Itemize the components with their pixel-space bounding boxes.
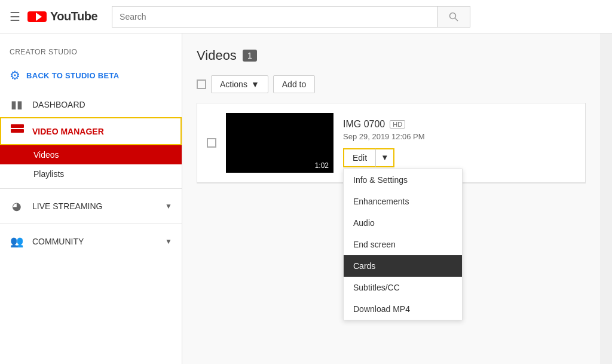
dropdown-item[interactable]: Audio bbox=[344, 212, 462, 234]
search-icon bbox=[449, 12, 458, 22]
dropdown-item[interactable]: End screen bbox=[344, 234, 462, 255]
sidebar-divider bbox=[0, 188, 182, 189]
youtube-logo[interactable]: YouTube bbox=[27, 10, 97, 23]
back-to-studio-label: BACK TO STUDIO BETA bbox=[26, 71, 119, 80]
search-button[interactable] bbox=[437, 6, 470, 27]
actions-button[interactable]: Actions ▼ bbox=[211, 75, 268, 93]
video-title-row: IMG 0700 HD bbox=[343, 119, 576, 130]
svg-point-1 bbox=[450, 13, 456, 19]
creator-studio-label: CREATOR STUDIO bbox=[0, 43, 182, 63]
video-date: Sep 29, 2019 12:06 PM bbox=[343, 132, 576, 141]
sidebar-item-live-streaming[interactable]: ◕ LIVE STREAMING ▼ bbox=[0, 194, 182, 219]
edit-dropdown-menu: Info & SettingsEnhancementsAudioEnd scre… bbox=[343, 169, 463, 320]
youtube-logo-icon bbox=[27, 11, 47, 22]
svg-line-2 bbox=[455, 18, 458, 21]
edit-button-group: Edit ▼ Info & SettingsEnhancementsAudioE… bbox=[343, 148, 576, 167]
toolbar-row: Actions ▼ Add to bbox=[197, 75, 586, 93]
video-manager-icon bbox=[11, 124, 24, 138]
svg-rect-4 bbox=[11, 129, 24, 133]
right-panel-hint bbox=[600, 33, 612, 364]
chevron-down-icon: ▼ bbox=[165, 202, 172, 210]
main-content: Videos 1 Actions ▼ Add to 1:02 IMG 0700 … bbox=[182, 33, 600, 364]
sidebar-item-live-streaming-label: LIVE STREAMING bbox=[32, 201, 165, 211]
video-checkbox[interactable] bbox=[207, 138, 216, 148]
video-title: IMG 0700 bbox=[343, 119, 385, 130]
edit-dropdown-toggle[interactable]: ▼ bbox=[376, 148, 394, 167]
search-input[interactable] bbox=[112, 6, 437, 27]
header: ☰ YouTube bbox=[0, 0, 612, 33]
gear-icon: ⚙ bbox=[10, 68, 20, 82]
page-title-row: Videos 1 bbox=[197, 48, 586, 63]
dropdown-chevron-icon: ▼ bbox=[381, 153, 388, 162]
sidebar-item-video-manager[interactable]: VIDEO MANAGER bbox=[0, 117, 182, 145]
sidebar-item-dashboard-label: DASHBOARD bbox=[32, 100, 172, 109]
dropdown-item[interactable]: Enhancements bbox=[344, 191, 462, 212]
sidebar-divider-2 bbox=[0, 224, 182, 224]
video-count-badge: 1 bbox=[243, 50, 257, 62]
layout: CREATOR STUDIO ⚙ BACK TO STUDIO BETA ▮▮ … bbox=[0, 33, 612, 364]
video-duration: 1:02 bbox=[313, 161, 331, 170]
dropdown-item[interactable]: Cards bbox=[344, 255, 462, 277]
sidebar: CREATOR STUDIO ⚙ BACK TO STUDIO BETA ▮▮ … bbox=[0, 33, 182, 364]
actions-label: Actions bbox=[220, 79, 247, 89]
sidebar-item-community[interactable]: 👥 COMMUNITY ▼ bbox=[0, 229, 182, 254]
video-row: 1:02 IMG 0700 HD Sep 29, 2019 12:06 PM E… bbox=[197, 103, 585, 183]
video-table: 1:02 IMG 0700 HD Sep 29, 2019 12:06 PM E… bbox=[197, 103, 586, 183]
select-all-checkbox[interactable] bbox=[197, 79, 206, 89]
page-title: Videos bbox=[197, 48, 237, 63]
live-streaming-icon: ◕ bbox=[10, 200, 24, 213]
hd-badge: HD bbox=[390, 120, 405, 129]
video-manager-label: VIDEO MANAGER bbox=[32, 127, 104, 136]
youtube-logo-text: YouTube bbox=[50, 10, 97, 23]
hamburger-icon[interactable]: ☰ bbox=[10, 10, 20, 24]
sidebar-item-dashboard[interactable]: ▮▮ DASHBOARD bbox=[0, 92, 182, 117]
dashboard-icon: ▮▮ bbox=[10, 98, 24, 111]
community-icon: 👥 bbox=[10, 235, 24, 248]
chevron-down-icon-2: ▼ bbox=[165, 237, 172, 246]
add-to-button[interactable]: Add to bbox=[273, 75, 315, 93]
sidebar-item-community-label: COMMUNITY bbox=[32, 237, 165, 246]
back-to-studio-button[interactable]: ⚙ BACK TO STUDIO BETA bbox=[0, 63, 182, 87]
edit-button[interactable]: Edit bbox=[343, 148, 376, 167]
svg-marker-0 bbox=[36, 13, 42, 21]
dropdown-item[interactable]: Download MP4 bbox=[344, 298, 462, 320]
dropdown-item[interactable]: Info & Settings bbox=[344, 169, 462, 191]
svg-rect-3 bbox=[11, 124, 24, 128]
actions-chevron-icon: ▼ bbox=[251, 79, 259, 89]
video-info: IMG 0700 HD Sep 29, 2019 12:06 PM Edit ▼… bbox=[343, 119, 576, 167]
sidebar-subitem-videos[interactable]: Videos bbox=[0, 145, 182, 164]
dropdown-item[interactable]: Subtitles/CC bbox=[344, 277, 462, 298]
search-container bbox=[112, 6, 470, 27]
sidebar-subitem-playlists[interactable]: Playlists bbox=[0, 164, 182, 183]
video-thumbnail: 1:02 bbox=[226, 113, 333, 173]
